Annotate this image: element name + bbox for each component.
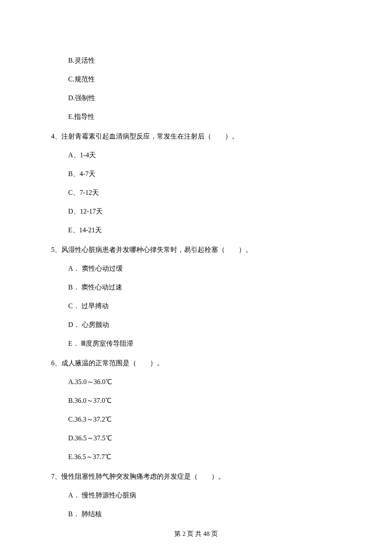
question-6: 6、成人腋温的正常范围是（ ）。 [51,358,341,368]
option-5-A: A． 窦性心动过缓 [68,263,341,274]
option-6-E: E.36.5～37.7℃ [68,452,341,462]
question-6-options: A.35.0～36.0℃ B.36.0～37.0℃ C.36.3～37.2℃ D… [68,377,341,462]
option-5-C: C． 过早搏动 [68,301,341,311]
option-6-B: B.36.0～37.0℃ [68,396,341,406]
option-3-D: D.强制性 [68,93,341,103]
option-4-A: A、1-4天 [68,150,341,160]
question-5-options: A． 窦性心动过缓 B． 窦性心动过速 C． 过早搏动 D． 心房颤动 E． Ⅲ… [68,263,341,349]
question-7: 7、慢性阻塞性肺气肿突发胸痛考虑的并发症是（ ）。 [51,471,341,482]
option-5-B: B． 窦性心动过速 [68,282,341,292]
page-footer: 第 2 页 共 48 页 [0,530,392,538]
option-7-A: A． 慢性肺源性心脏病 [68,490,341,500]
question-3-options-continued: B.灵活性 C.规范性 D.强制性 E.指导性 [68,55,341,122]
question-4-options: A、1-4天 B、4-7天 C、7-12天 D、12-17天 E、14-21天 [68,150,341,235]
option-6-D: D.36.5～37.5℃ [68,433,341,443]
question-4: 4、注射青霉素引起血清病型反应，常发生在注射后（ ）。 [51,131,341,142]
option-3-C: C.规范性 [68,74,341,84]
option-7-B: B． 肺结核 [68,509,341,519]
document-page: B.灵活性 C.规范性 D.强制性 E.指导性 4、注射青霉素引起血清病型反应，… [0,0,392,555]
question-5: 5、风湿性心脏病患者并发哪种心律失常时，易引起栓塞（ ）。 [51,245,341,255]
option-5-E: E． Ⅲ度房室传导阻滞 [68,338,341,349]
option-4-B: B、4-7天 [68,169,341,179]
option-3-E: E.指导性 [68,112,341,122]
option-4-E: E、14-21天 [68,225,341,235]
option-6-A: A.35.0～36.0℃ [68,377,341,387]
option-3-B: B.灵活性 [68,55,341,66]
option-4-C: C、7-12天 [68,188,341,198]
question-7-options: A． 慢性肺源性心脏病 B． 肺结核 [68,490,341,519]
option-4-D: D、12-17天 [68,206,341,217]
option-5-D: D． 心房颤动 [68,320,341,330]
option-6-C: C.36.3～37.2℃ [68,414,341,425]
